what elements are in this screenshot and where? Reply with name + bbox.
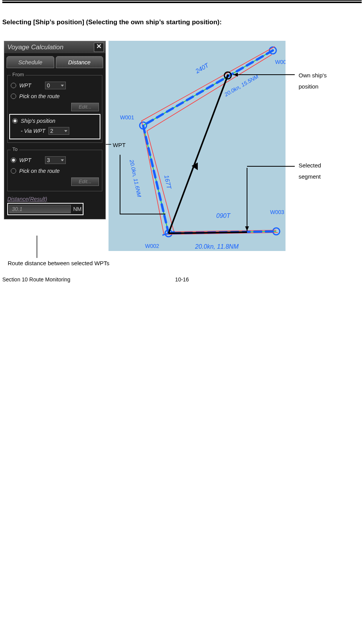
callout-own-ship: Own ship's position xyxy=(299,70,364,92)
close-icon: ✕ xyxy=(96,43,102,50)
combo-to-wpt[interactable]: 3 xyxy=(45,156,66,164)
distance-unit: NM xyxy=(73,206,82,212)
combo-from-wpt-value: 0 xyxy=(47,82,50,89)
combo-from-wpt[interactable]: 0 xyxy=(45,82,66,89)
label-from-wpt: WPT xyxy=(19,82,31,89)
route-chart: W000 W001 W002 W003 240T 20.0kn, 15.5NM … xyxy=(109,41,286,251)
label-w000: W000 xyxy=(275,59,286,65)
annotation-wpt: WPT xyxy=(113,142,125,148)
radio-from-wpt[interactable] xyxy=(11,83,16,88)
distance-output: 30.1 xyxy=(9,205,71,213)
label-seg3: 20.0kn, 11.8NM xyxy=(195,243,239,250)
top-rule xyxy=(2,0,362,3)
edit-from-button[interactable]: Edit... xyxy=(71,103,99,111)
label-ship-position: Ship's position xyxy=(21,118,55,124)
result-section: Distance(Result) 30.1 NM xyxy=(7,196,102,215)
label-to-wpt: WPT xyxy=(19,157,31,163)
chevron-down-icon xyxy=(61,159,64,161)
callout-selected-line1: Selected xyxy=(299,160,364,171)
edit-to-button[interactable]: Edit... xyxy=(71,177,99,186)
group-to: To WPT 3 Pick on the route Edit... xyxy=(7,150,102,191)
distance-highlight: 30.1 NM xyxy=(7,203,83,215)
svg-marker-8 xyxy=(245,226,249,231)
group-to-legend: To xyxy=(11,146,19,152)
callout-own-ship-line1: Own ship's xyxy=(299,70,364,81)
footer-section: Section 10 Route Monitoring xyxy=(2,276,70,283)
radio-ship-position[interactable] xyxy=(12,118,18,124)
label-from-pick: Pick on the route xyxy=(19,93,60,99)
label-via-wpt: - Via WPT xyxy=(21,128,45,134)
dialog-titlebar: Voyage Calculation ✕ xyxy=(4,41,105,54)
combo-via-wpt[interactable]: 2 xyxy=(48,127,69,135)
page-heading: Selecting [Ship’s position] (Selecting t… xyxy=(2,18,364,26)
voyage-calculation-dialog: Voyage Calculation ✕ Schedule Distance F… xyxy=(4,41,106,219)
ship-position-highlight: Ship's position - Via WPT 2 xyxy=(9,114,100,139)
tab-schedule[interactable]: Schedule xyxy=(7,56,54,68)
label-240T: 240T xyxy=(194,62,210,75)
dialog-title: Voyage Calculation xyxy=(7,43,63,51)
label-seg2: 20.0kn, 11.6NM xyxy=(129,159,142,197)
chevron-down-icon xyxy=(64,130,67,132)
footer-page-number: 10-16 xyxy=(175,276,189,283)
figure: W000 W001 W002 W003 240T 20.0kn, 15.5NM … xyxy=(2,39,364,266)
page-footer: Section 10 Route Monitoring 10-16 xyxy=(0,276,364,283)
combo-to-wpt-value: 3 xyxy=(47,157,50,163)
label-w001: W001 xyxy=(120,114,134,120)
annotation-route-distance: Route distance between selected WPTs xyxy=(8,260,109,266)
label-w003: W003 xyxy=(270,209,284,215)
callout-selected-segment: Selected segment xyxy=(299,160,364,182)
radio-to-wpt[interactable] xyxy=(11,157,16,163)
radio-to-pick[interactable] xyxy=(11,168,16,174)
callout-selected-line2: segment xyxy=(299,171,364,182)
label-167T: 167T xyxy=(163,174,172,190)
combo-via-wpt-value: 2 xyxy=(50,128,53,134)
chevron-down-icon xyxy=(61,85,64,87)
callout-own-ship-line2: position xyxy=(299,81,364,92)
result-title: Distance(Result) xyxy=(7,196,102,202)
group-from-legend: From xyxy=(11,72,25,77)
tab-distance[interactable]: Distance xyxy=(56,56,104,68)
radio-from-pick[interactable] xyxy=(11,94,16,99)
group-from: From WPT 0 Pick on the route Edit... xyxy=(7,75,102,143)
close-button[interactable]: ✕ xyxy=(94,43,104,52)
label-090T: 090T xyxy=(216,212,231,219)
label-to-pick: Pick on the route xyxy=(19,168,60,174)
label-w002: W002 xyxy=(145,243,159,249)
